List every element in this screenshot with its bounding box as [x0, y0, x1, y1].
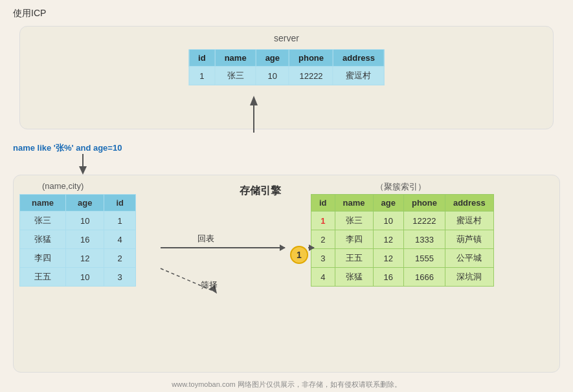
footer-text: www.toymoban.com 网络图片仅供展示，非存储，如有侵权请联系删除。: [0, 380, 573, 389]
clustered-cell: 公平城: [445, 249, 493, 268]
clustered-col-name: name: [335, 195, 373, 212]
index-cell-name: 王五: [20, 268, 66, 287]
clustered-cell: 蜜逗村: [445, 212, 493, 230]
clustered-col-age: age: [373, 195, 403, 212]
index-cell-id: 1: [104, 212, 136, 230]
server-section: server id name age phone address 1 张三 10…: [19, 26, 554, 129]
page-title: 使用ICP: [13, 8, 46, 19]
index-table: name age id 张三 10 1 张猛 16 4 李四 12 2 王五 1…: [19, 194, 136, 287]
index-col-age: age: [65, 195, 104, 212]
index-cell-id: 2: [104, 249, 136, 268]
clustered-cell: 2: [311, 230, 335, 249]
clustered-cell: 10: [373, 212, 403, 230]
index-cell-age: 10: [65, 212, 104, 230]
index-cell-age: 12: [65, 249, 104, 268]
clustered-cell: 16: [373, 268, 403, 287]
clustered-cell: 王五: [335, 249, 373, 268]
clustered-col-id: id: [311, 195, 335, 212]
server-col-age: age: [256, 50, 289, 67]
clustered-col-phone: phone: [403, 195, 445, 212]
clustered-cell: 深坑洞: [445, 268, 493, 287]
clustered-row: 1 张三 10 12222 蜜逗村: [311, 212, 494, 230]
index-col-name: name: [20, 195, 66, 212]
clustered-cell: 张猛: [335, 268, 373, 287]
server-cell: 张三: [215, 67, 256, 85]
index-row: 李四 12 2: [20, 249, 136, 268]
clustered-cell: 李四: [335, 230, 373, 249]
index-cell-name: 张猛: [20, 230, 66, 249]
clustered-cell: 1: [311, 212, 335, 230]
clustered-col-address: address: [445, 195, 493, 212]
index-label: (name,city): [42, 181, 84, 191]
clustered-cell: 张三: [335, 212, 373, 230]
clustered-cell: 1666: [403, 268, 445, 287]
clustered-cell: 12222: [403, 212, 445, 230]
server-col-id: id: [189, 50, 216, 67]
server-col-phone: phone: [289, 50, 333, 67]
clustered-row: 3 王五 12 1555 公平城: [311, 249, 494, 268]
index-cell-age: 16: [65, 230, 104, 249]
query-label: name like '张%' and age=10: [13, 142, 122, 154]
index-row: 张三 10 1: [20, 212, 136, 230]
server-cell: 1: [189, 67, 216, 85]
clustered-cell: 4: [311, 268, 335, 287]
server-cell: 10: [256, 67, 289, 85]
clustered-row: 4 张猛 16 1666 深坑洞: [311, 268, 494, 287]
server-label: server: [274, 33, 299, 43]
clustered-cell: 1333: [403, 230, 445, 249]
index-cell-id: 3: [104, 268, 136, 287]
clustered-row: 2 李四 12 1333 葫芦镇: [311, 230, 494, 249]
server-table: id name age phone address 1 张三 10 12222 …: [188, 49, 385, 85]
clustered-table: id name age phone address 1 张三 10 12222 …: [311, 194, 494, 287]
index-cell-age: 10: [65, 268, 104, 287]
clustered-cell: 1555: [403, 249, 445, 268]
circle-badge: 1: [290, 246, 308, 264]
clustered-cell: 葫芦镇: [445, 230, 493, 249]
clustered-cell: 12: [373, 230, 403, 249]
index-cell-name: 张三: [20, 212, 66, 230]
server-col-address: address: [333, 50, 385, 67]
clustered-cell: 12: [373, 249, 403, 268]
index-row: 张猛 16 4: [20, 230, 136, 249]
engine-label: 存储引擎: [240, 184, 281, 198]
index-col-id: id: [104, 195, 136, 212]
svg-marker-3: [79, 166, 87, 175]
clustered-cell: 3: [311, 249, 335, 268]
index-cell-id: 4: [104, 230, 136, 249]
index-row: 王五 10 3: [20, 268, 136, 287]
server-cell: 蜜逗村: [333, 67, 385, 85]
server-cell: 12222: [289, 67, 333, 85]
clustered-label: （聚簇索引）: [376, 181, 426, 193]
server-col-name: name: [215, 50, 256, 67]
index-cell-name: 李四: [20, 249, 66, 268]
